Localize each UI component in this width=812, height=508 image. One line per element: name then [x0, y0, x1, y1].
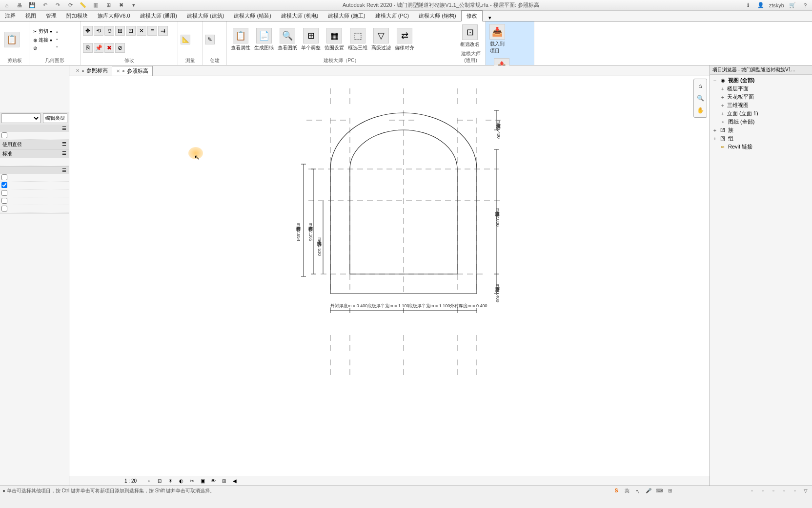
offset-button[interactable]: ⇉ [158, 26, 168, 36]
crop-icon[interactable]: ✂ [188, 478, 195, 485]
ime-punct-icon[interactable]: •, [634, 487, 642, 495]
home-icon[interactable]: ⌂ [2, 1, 11, 10]
frame-3d-button[interactable]: ⬚框选三维 [346, 26, 369, 53]
prop-check-d[interactable] [1, 198, 7, 204]
view-scale[interactable]: 1 : 20 [120, 478, 142, 484]
thin-lines-icon[interactable]: ⊞ [104, 1, 113, 10]
pb-views-all[interactable]: − ◉ 视图 (全部) [711, 76, 811, 85]
view-sheet-button[interactable]: 🔍查看图纸 [276, 26, 299, 53]
prop-check-1[interactable] [1, 132, 7, 138]
mirror-button[interactable]: ⎊ [104, 26, 114, 36]
tab-master-general[interactable]: 建模大师 (通用) [135, 11, 182, 21]
save-icon[interactable]: 💾 [28, 1, 37, 10]
create-button[interactable]: ✎ [205, 35, 215, 44]
help-icon[interactable]: ? [801, 1, 810, 10]
tab-master-decor[interactable]: 建模大师 (精装) [229, 11, 276, 21]
join-button[interactable]: ⊕连接▾ [32, 36, 54, 44]
move-button[interactable]: ✥ [83, 26, 93, 36]
geo-btn3[interactable]: ⊘ [32, 45, 54, 51]
sun-path-icon[interactable]: ☀ [167, 478, 174, 485]
nav-home-button[interactable]: ⌂ [695, 81, 705, 91]
tab-manage[interactable]: 管理 [41, 11, 61, 21]
tab-family-lib[interactable]: 族库大师V6.0 [93, 11, 135, 21]
geo-btn5[interactable]: ▫ [55, 36, 60, 42]
align-button[interactable]: ≡ [147, 26, 157, 36]
pin-button[interactable]: 📌 [94, 43, 103, 53]
expand-icon[interactable]: + [720, 86, 725, 92]
prop-check-a[interactable] [1, 174, 7, 180]
reveal-icon[interactable]: ⊞ [221, 478, 227, 485]
sync-icon[interactable]: ⟳ [66, 1, 75, 10]
view-props-button[interactable]: 📋查看属性 [229, 26, 252, 53]
select-face-icon[interactable]: ▫ [780, 487, 788, 495]
prop-section-1[interactable]: ☰ [0, 125, 69, 132]
dropdown-icon[interactable]: ▾ [129, 1, 138, 10]
tab-view[interactable]: 视图 [20, 11, 41, 21]
close-hidden-icon[interactable]: ✖ [117, 1, 125, 10]
expand-icon[interactable]: − [712, 78, 717, 84]
detail-level-icon[interactable]: ▫ [145, 478, 152, 485]
cart-icon[interactable]: 🛒 [788, 1, 797, 10]
ime-mic-icon[interactable]: 🎤 [645, 487, 652, 495]
split-elem-button[interactable]: ⊘ [115, 43, 125, 53]
scale-button[interactable]: ⊡ [126, 26, 136, 36]
pb-families[interactable]: + 凹 族 [711, 126, 811, 134]
prop-section-4[interactable]: ☰ [0, 167, 69, 174]
rotate-button[interactable]: ⟲ [94, 26, 103, 36]
offset-align-button[interactable]: ⇄偏移对齐 [393, 26, 416, 53]
pb-revit-links[interactable]: ∞ Revit 链接 [711, 143, 811, 151]
pb-ceiling-plans[interactable]: + 天花板平面 [711, 93, 811, 101]
scroll-left-icon[interactable]: ◀ [231, 478, 238, 485]
ime-lang-button[interactable]: 英 [623, 487, 631, 495]
pb-groups[interactable]: + 回 组 [711, 134, 811, 143]
temp-hide-icon[interactable]: 👁 [210, 478, 217, 485]
tab-master-arch[interactable]: 建模大师 (建筑) [182, 11, 229, 21]
ime-keyboard-icon[interactable]: ⌨ [655, 487, 663, 495]
array-button[interactable]: ⊞ [115, 26, 125, 36]
pb-elevations[interactable]: + 立面 (立面 1) [711, 109, 811, 118]
gen-sheet-button[interactable]: 📄生成图纸 [253, 26, 275, 53]
prop-check-c[interactable] [1, 190, 7, 196]
prop-check-e[interactable] [1, 206, 7, 212]
single-adjust-button[interactable]: ⊞单个调整 [300, 26, 322, 53]
drawing-canvas[interactable]: ↖ ⌂ 🔍 ✋ [69, 76, 710, 476]
edit-type-button[interactable]: 编辑类型 [43, 113, 67, 123]
tab-modify[interactable]: 修改 [461, 10, 483, 21]
print-icon[interactable]: 🖶 [15, 1, 24, 10]
prop-check-b[interactable] [1, 182, 7, 188]
view-icon[interactable]: ▥ [91, 1, 100, 10]
tab-expand-icon[interactable]: ▾ [483, 15, 497, 21]
select-underlay-icon[interactable]: ▫ [759, 487, 767, 495]
measure-icon[interactable]: 📏 [79, 1, 87, 10]
tab-master-pc[interactable]: 建模大师 (PC) [370, 11, 414, 21]
tab-addins[interactable]: 附加模块 [61, 11, 93, 21]
close-icon[interactable]: ✕ [76, 68, 80, 73]
delete-button[interactable]: ✖ [104, 43, 114, 53]
measure-button[interactable]: 📐 [181, 35, 190, 44]
prop-section-standard[interactable]: 标准☰ [0, 149, 69, 158]
redo-icon[interactable]: ↷ [53, 1, 62, 10]
select-pinned-icon[interactable]: ▫ [770, 487, 777, 495]
load-project-button[interactable]: 📥载入到 项目 [488, 22, 507, 56]
range-set-button[interactable]: ▦范围设置 [323, 26, 345, 53]
tab-master-mep[interactable]: 建模大师 (机电) [276, 11, 323, 21]
geo-btn4[interactable]: ▫ [55, 29, 60, 35]
frame-rename-button[interactable]: ⊡框选改名 [459, 23, 481, 49]
select-links-icon[interactable]: ▫ [748, 487, 756, 495]
view-tab-1[interactable]: ✕ ▫ 参照标高 [72, 66, 112, 75]
nav-pan-button[interactable]: ✋ [695, 106, 705, 115]
pb-floor-plans[interactable]: + 楼层平面 [711, 85, 811, 93]
ime-sogou-icon[interactable]: S [612, 487, 620, 495]
shadows-icon[interactable]: ◐ [178, 478, 184, 485]
close-icon[interactable]: ✕ [116, 68, 120, 74]
user-icon[interactable]: 👤 [756, 1, 765, 10]
geo-btn6[interactable]: ▫ [55, 43, 60, 50]
undo-icon[interactable]: ↶ [41, 1, 49, 10]
pb-3d-views[interactable]: + 三维视图 [711, 101, 811, 109]
expand-icon[interactable]: + [712, 127, 717, 133]
tab-master-steel[interactable]: 建模大师 (钢构) [414, 11, 461, 21]
info-icon[interactable]: ℹ [744, 1, 752, 10]
adv-filter-button[interactable]: ▽高级过滤 [370, 26, 392, 53]
paste-button[interactable]: 📋 [2, 30, 21, 49]
pb-sheets[interactable]: ▫ 图纸 (全部) [711, 118, 811, 126]
